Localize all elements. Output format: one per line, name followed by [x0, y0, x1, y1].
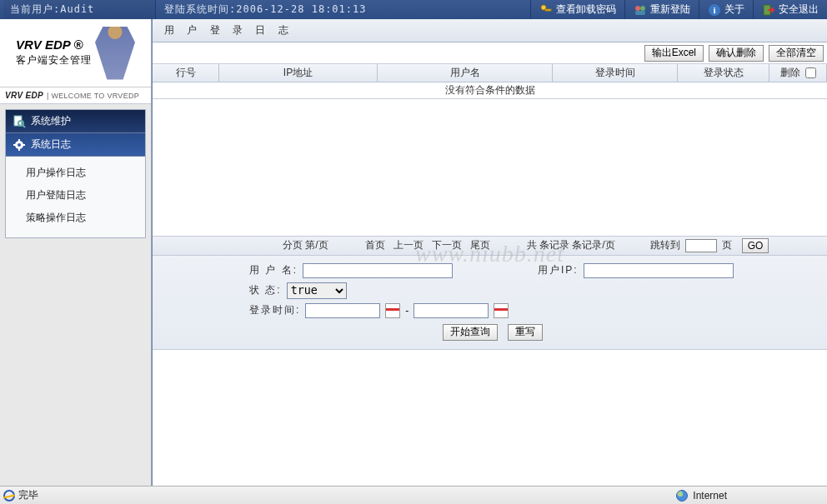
filter-userip-label: 用户IP: — [538, 263, 579, 277]
query-button[interactable]: 开始查询 — [443, 324, 498, 341]
delete-all-checkbox[interactable] — [805, 67, 816, 78]
grid: 行号 IP地址 用户名 登录时间 登录状态 删除 没有符合条件的数据 — [153, 64, 827, 99]
welcome-text: | WELCOME TO VRVEDP — [47, 92, 139, 100]
sidebar-nav: 系统维护 系统日志 用户操作日志 用户登陆日志 策略操作日志 — [0, 104, 151, 243]
pager-last[interactable]: 尾页 — [469, 238, 492, 252]
svg-rect-4 — [635, 11, 645, 15]
export-excel-button[interactable]: 输出Excel — [644, 45, 704, 62]
nav-group-maintenance-label: 系统维护 — [31, 114, 71, 128]
svg-text:i: i — [713, 5, 715, 15]
info-icon: i — [708, 3, 721, 17]
col-login-state: 登录状态 — [678, 64, 769, 82]
brand-reg: ® — [73, 37, 83, 52]
exit-icon — [762, 3, 775, 17]
login-time-label: 登陆系统时间:2006-12-28 18:01:13 — [164, 2, 367, 17]
welcome-bar: VRV EDP | WELCOME TO VRVEDP — [0, 87, 151, 104]
status-zone: Internet — [693, 490, 727, 502]
page-title: 用 户 登 录 日 志 — [153, 19, 827, 42]
pager-first[interactable]: 首页 — [363, 238, 387, 252]
svg-point-3 — [640, 6, 645, 11]
safe-exit-link[interactable]: 安全退出 — [779, 2, 819, 17]
logo-panel: VRV EDP ® 客户端安全管理 — [0, 19, 151, 87]
col-delete: 删除 — [769, 64, 827, 82]
nav-sub-policy-op-log[interactable]: 策略操作日志 — [6, 207, 145, 229]
pager-jump-label: 跳转到 — [650, 238, 680, 252]
col-delete-label: 删除 — [780, 66, 800, 80]
col-ip: IP地址 — [219, 64, 378, 82]
main-panel: 用 户 登 录 日 志 输出Excel 确认删除 全部清空 行号 IP地址 用户… — [152, 19, 827, 486]
calendar-from-icon[interactable] — [385, 303, 400, 318]
nav-group-syslog-label: 系统日志 — [31, 137, 71, 152]
grid-header: 行号 IP地址 用户名 登录时间 登录状态 删除 — [153, 64, 827, 82]
filter-state-select[interactable]: true — [287, 282, 347, 299]
pager: 分页 第/页 首页 上一页 下一页 尾页 共 条记录 条记录/页 跳转到 页 G… — [153, 236, 827, 256]
confirm-delete-button[interactable]: 确认删除 — [709, 45, 764, 62]
filter-state-label: 状 态: — [249, 283, 282, 297]
sidebar: VRV EDP ® 客户端安全管理 VRV EDP | WELCOME TO V… — [0, 19, 152, 486]
svg-point-12 — [18, 143, 21, 147]
pager-page-suffix: 页 — [722, 238, 732, 252]
brand-subtitle: 客户端安全管理 — [16, 53, 92, 67]
calendar-to-icon[interactable] — [494, 303, 509, 318]
col-login-time: 登录时间 — [553, 64, 678, 82]
search-doc-icon — [13, 115, 26, 128]
about-link[interactable]: 关于 — [724, 2, 744, 17]
internet-zone-icon — [676, 490, 688, 502]
reset-button[interactable]: 重写 — [508, 324, 543, 341]
svg-rect-1 — [545, 9, 551, 11]
filter-login-time-label: 登录时间: — [249, 303, 300, 317]
pager-total: 共 条记录 条记录/页 — [527, 238, 615, 252]
grid-empty-message: 没有符合条件的数据 — [153, 82, 827, 99]
pager-prev[interactable]: 上一页 — [392, 238, 425, 252]
gear-user-icon — [13, 138, 26, 152]
pager-next[interactable]: 下一页 — [430, 238, 464, 252]
mascot-figure — [95, 27, 135, 80]
filter-userip-input[interactable] — [584, 263, 734, 278]
nav-sub-user-login-log[interactable]: 用户登陆日志 — [6, 184, 145, 207]
nav-sub-user-op-log[interactable]: 用户操作日志 — [6, 162, 145, 184]
view-password-link[interactable]: 查看卸载密码 — [556, 2, 616, 17]
pager-page-indicator: 分页 第/页 — [283, 238, 328, 252]
pager-go-button[interactable]: GO — [742, 238, 769, 253]
welcome-brand: VRV EDP — [5, 91, 43, 100]
pager-jump-input[interactable] — [685, 239, 717, 252]
filter-username-label: 用 户 名: — [249, 263, 298, 277]
grid-body-area: www.niubb.net — [153, 99, 827, 236]
status-done: 完毕 — [18, 488, 38, 502]
ie-icon — [3, 490, 15, 502]
svg-point-2 — [635, 6, 640, 11]
relogin-link[interactable]: 重新登陆 — [650, 2, 690, 17]
nav-group-maintenance[interactable]: 系统维护 — [6, 110, 145, 133]
filter-time-to-input[interactable] — [414, 303, 489, 318]
svg-line-10 — [23, 125, 25, 127]
clear-all-button[interactable]: 全部清空 — [769, 45, 824, 62]
key-icon — [539, 3, 553, 17]
filter-time-from-input[interactable] — [305, 303, 380, 318]
top-bar: 当前用户:Audit 登陆系统时间:2006-12-28 18:01:13 查看… — [0, 0, 827, 19]
users-icon — [634, 3, 647, 17]
current-user-label: 当前用户:Audit — [10, 2, 94, 17]
toolbar: 输出Excel 确认删除 全部清空 — [153, 42, 827, 64]
brand-text: VRV EDP — [16, 37, 70, 52]
status-bar: 完毕 Internet — [0, 486, 827, 504]
nav-group-syslog[interactable]: 系统日志 — [6, 133, 145, 157]
col-username: 用户名 — [378, 64, 553, 82]
col-row-number: 行号 — [153, 64, 219, 82]
filter-username-input[interactable] — [303, 263, 453, 278]
filter-panel: 用 户 名: 用户IP: 状 态: true 登录时间: - — [153, 256, 827, 350]
filter-time-sep: - — [405, 305, 408, 317]
